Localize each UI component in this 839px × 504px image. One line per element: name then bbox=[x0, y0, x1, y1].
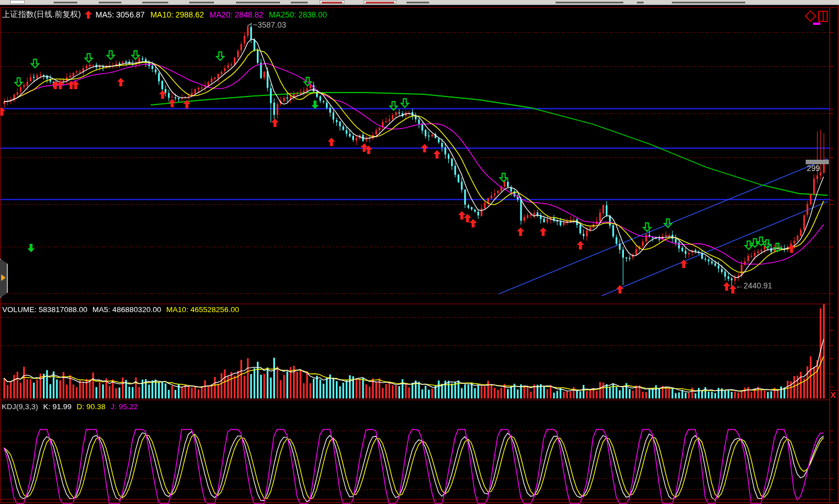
menu-icon-button[interactable] bbox=[10, 0, 25, 4]
diamond-tool-icon[interactable] bbox=[805, 10, 816, 22]
menu-text-fragment bbox=[54, 2, 77, 3]
menu-text-fragment bbox=[637, 2, 644, 3]
menu-text-fragment bbox=[672, 2, 745, 3]
menu-text-fragment bbox=[556, 2, 623, 3]
menu-text-fragment bbox=[189, 2, 214, 3]
trading-app-window: { "window": {"width": 1486, "height": 89… bbox=[0, 0, 839, 504]
menu-text-fragment bbox=[407, 2, 429, 3]
chart-corner-tools bbox=[806, 11, 828, 22]
stock-chart-canvas[interactable] bbox=[0, 0, 839, 504]
menu-text-fragment bbox=[291, 2, 308, 3]
menu-text-fragment bbox=[142, 2, 168, 3]
sidebar-expand-handle[interactable] bbox=[0, 258, 8, 298]
expand-arrow-icon bbox=[1, 274, 6, 281]
volume-panel-close-button[interactable]: X bbox=[831, 391, 836, 400]
menu-highlight-button[interactable] bbox=[320, 0, 344, 4]
split-window-icon[interactable] bbox=[818, 11, 828, 22]
menu-highlight-button[interactable] bbox=[364, 0, 396, 4]
menu-text-fragment bbox=[99, 2, 121, 3]
menu-text-fragment bbox=[236, 2, 280, 3]
top-menu-bar[interactable] bbox=[0, 0, 839, 5]
